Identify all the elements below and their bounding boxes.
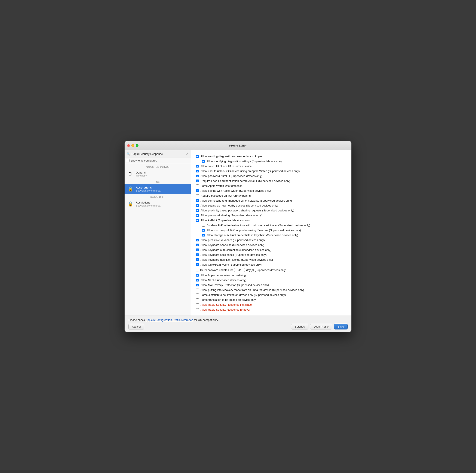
checkbox-row-cb2: Allow modifying diagnostics settings (Su… [202, 159, 346, 164]
settings-button[interactable]: Settings [291, 324, 308, 329]
checkbox-label-cb31: Allow Rapid Security Response installati… [201, 303, 253, 306]
checkbox-row-cb27: Allow Mail Privacy Protection (Supervise… [196, 283, 346, 288]
info-prefix: Please check [128, 318, 146, 322]
load-profile-button[interactable]: Load Profile [310, 324, 332, 329]
close-button[interactable] [127, 144, 130, 147]
checkbox-label-cb12: Allow proximity based password sharing r… [201, 209, 294, 212]
checkbox-row-cb23: Allow QuickPath typing (Supervised devic… [196, 262, 346, 267]
checkbox-label-cb6: Require Face ID authentication before Au… [201, 179, 290, 182]
checkbox-cb23[interactable] [196, 263, 199, 266]
minimize-button[interactable] [131, 144, 134, 147]
cancel-button[interactable]: Cancel [128, 324, 144, 329]
checkbox-cb20[interactable] [196, 249, 199, 251]
checkbox-label-cb26: Allow NFC (Supervised devices only) [201, 278, 246, 282]
checkbox-cb16[interactable] [202, 229, 205, 232]
checkbox-row-cb32: Allow Rapid Security Response removal [196, 307, 346, 312]
checkbox-cb26[interactable] [196, 279, 199, 281]
checkbox-row-cb20: Allow keyboard auto correction (Supervis… [196, 247, 346, 252]
checkbox-cb17[interactable] [202, 234, 205, 236]
checkbox-cb7[interactable] [196, 184, 199, 187]
checkbox-cb4[interactable] [196, 170, 199, 172]
checkbox-cb15[interactable] [202, 224, 205, 227]
defer-days-stepper[interactable] [234, 268, 245, 272]
checkbox-cb1[interactable] [196, 155, 199, 158]
show-only-row: show only configured [125, 157, 191, 164]
checkbox-cb8[interactable] [196, 189, 199, 192]
checkbox-row-cb19: Allow keyboard shortcuts (Supervised dev… [196, 242, 346, 247]
window-title: Profile Editor [229, 144, 247, 147]
sidebar-item-restrictions-ios[interactable]: 🔒 Restrictions 1 payload(s) configured. [125, 184, 191, 194]
checkbox-label-cb29: Force dictation to be limited on device … [201, 293, 286, 296]
restrictions-ios-name: Restrictions [136, 186, 161, 189]
checkbox-label-cb7: Force Apple Watch wrist detection [201, 184, 242, 187]
checkbox-label-cb1: Allow sending diagnostic and usage data … [201, 155, 262, 158]
checkbox-label-cb5: Allow password AutoFill (Supervised devi… [201, 174, 262, 178]
checkbox-row-cb8: Allow pairing with Apple Watch (Supervis… [196, 188, 346, 193]
checkbox-cb27[interactable] [196, 284, 199, 286]
checkbox-cb31[interactable] [196, 303, 199, 306]
checkbox-label-cb2: Allow modifying diagnostics settings (Su… [206, 160, 284, 163]
checkbox-cb10[interactable] [196, 199, 199, 202]
defer-updates-checkbox[interactable] [196, 269, 199, 272]
checkbox-row-cb15: Disallow AirPrint to destinations with u… [202, 223, 346, 228]
checkboxes-scrollable[interactable]: Allow sending diagnostic and usage data … [191, 150, 351, 316]
checkbox-label-cb19: Allow keyboard shortcuts (Supervised dev… [201, 243, 264, 247]
checkbox-cb9[interactable] [196, 194, 199, 197]
checkbox-cb21[interactable] [196, 254, 199, 256]
profile-editor-window: Profile Editor 🔍 ✕ show only configured … [125, 141, 351, 332]
checkbox-row-cb29: Force dictation to be limited on device … [196, 292, 346, 297]
checkbox-label-cb25: Allow Apple personalized advertising [201, 273, 246, 277]
general-item-text: General Mandatory [136, 171, 147, 177]
checkbox-row-cb18: Allow predictive keyboard (Supervised de… [196, 237, 346, 242]
checkbox-row-cb1: Allow sending diagnostic and usage data … [196, 154, 346, 159]
search-bar: 🔍 ✕ [125, 150, 191, 157]
restrictions-macos-icon: 🔒 [127, 201, 134, 207]
save-button[interactable]: Save [334, 324, 348, 329]
defer-prefix: Defer software updates for [200, 268, 233, 272]
checkbox-cb30[interactable] [196, 298, 199, 301]
checkbox-cb11[interactable] [196, 204, 199, 207]
checkbox-cb6[interactable] [196, 180, 199, 182]
checkbox-cb29[interactable] [196, 293, 199, 296]
bottom-info: Please check Apple's Configuration Profi… [128, 318, 348, 322]
checkbox-cb18[interactable] [196, 239, 199, 241]
restrictions-ios-sub: 1 payload(s) configured. [136, 189, 161, 192]
checkbox-cb12[interactable] [196, 209, 199, 212]
bottom-bar: Please check Apple's Configuration Profi… [125, 316, 351, 332]
checkbox-label-cb28: Allow putting into recovery mode from an… [201, 288, 304, 291]
checkbox-cb28[interactable] [196, 289, 199, 291]
search-input[interactable] [131, 152, 185, 156]
checkbox-row-cb4: Allow user to unlock iOS device using an… [196, 169, 346, 174]
checkbox-label-cb10: Allow connecting to unmanaged Wi-Fi netw… [201, 199, 292, 202]
checkbox-cb25[interactable] [196, 274, 199, 276]
defer-suffix: day(s) (Supervised devices only) [246, 268, 287, 272]
checkbox-cb13[interactable] [196, 214, 199, 217]
checkbox-label-cb9: Require passcode on first AirPlay pairin… [201, 194, 251, 197]
checkbox-row-cb7: Force Apple Watch wrist detection [196, 183, 346, 188]
clear-search-icon[interactable]: ✕ [186, 152, 188, 156]
checkbox-label-cb32: Allow Rapid Security Response removal [201, 308, 250, 311]
general-item-sub: Mandatory [136, 174, 147, 177]
config-profile-link[interactable]: Apple's Configuration Profile reference [146, 318, 193, 322]
checkbox-cb5[interactable] [196, 175, 199, 177]
maximize-button[interactable] [136, 144, 138, 147]
checkbox-row-cb28: Allow putting into recovery mode from an… [196, 288, 346, 292]
checkbox-row-cb17: Allow storage of AirPrint credentials in… [202, 233, 346, 237]
checkbox-cb14[interactable] [196, 219, 199, 222]
section-header-ios: iOS [125, 179, 191, 184]
checkbox-cb3[interactable] [196, 165, 199, 167]
checkbox-cb2[interactable] [202, 160, 205, 163]
bottom-buttons: Cancel Settings Load Profile Save [128, 324, 348, 329]
checkbox-label-cb27: Allow Mail Privacy Protection (Supervise… [201, 283, 269, 287]
checkbox-row-cb31: Allow Rapid Security Response installati… [196, 302, 346, 307]
search-icon: 🔍 [127, 152, 130, 156]
show-only-checkbox[interactable] [127, 159, 130, 162]
checkbox-cb22[interactable] [196, 258, 199, 261]
sidebar-item-general[interactable]: 🗒 General Mandatory [125, 169, 191, 179]
checkbox-cb19[interactable] [196, 244, 199, 246]
checkbox-cb32[interactable] [196, 308, 199, 311]
section-header-macos105: macOS 10.5+ [125, 194, 191, 199]
checkbox-row-cb12: Allow proximity based password sharing r… [196, 208, 346, 213]
sidebar-item-restrictions-macos[interactable]: 🔒 Restrictions 1 payload(s) configured. [125, 199, 191, 209]
checkbox-label-cb23: Allow QuickPath typing (Supervised devic… [201, 263, 262, 266]
